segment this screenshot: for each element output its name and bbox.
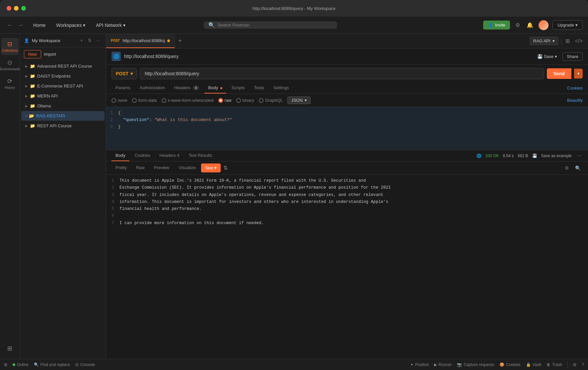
collection-item-rag-restapi[interactable]: ▾ 📂 RAG-RESTAPI <box>21 111 105 121</box>
maximize-window-button[interactable] <box>21 6 26 11</box>
resp-tab-cookies[interactable]: Cookies <box>131 150 154 161</box>
tab-settings[interactable]: Settings <box>269 83 293 93</box>
tab-method: POST <box>111 39 120 42</box>
sidebar-item-history[interactable]: ⟳ History <box>1 75 19 92</box>
find-replace-icon: 🔍 <box>34 362 39 367</box>
tab-params[interactable]: Params <box>111 83 134 93</box>
new-workspace-button[interactable]: + <box>78 37 85 44</box>
layout-toggle[interactable]: ⊞ <box>4 362 7 367</box>
collection-item-ecommerce[interactable]: ▶ 📁 E-Commerse REST API <box>21 81 105 91</box>
search-response-button[interactable]: 🔍 <box>573 164 583 172</box>
save-as-example-label[interactable]: Save as example <box>541 154 572 158</box>
divider <box>567 361 568 368</box>
save-icon: 💾 <box>537 54 543 59</box>
trash-button[interactable]: 🗑 Trash <box>547 362 562 367</box>
tab-authorization[interactable]: Authorization <box>136 83 169 93</box>
main-container: ⊟ Collections ⊙ Environments ⟳ History ⊞… <box>0 34 588 359</box>
capture-requests-button[interactable]: 📷 Capture requests <box>457 362 494 367</box>
api-network-button[interactable]: API Network ▾ <box>93 21 128 29</box>
send-button[interactable]: Send <box>547 68 571 79</box>
invite-button[interactable]: 👤 Invite <box>483 21 510 30</box>
vault-button[interactable]: 🔒 Vault <box>526 362 541 367</box>
method-selector[interactable]: POST ▾ <box>111 68 137 79</box>
tab-body[interactable]: Body <box>204 83 226 93</box>
send-dropdown-button[interactable]: ▾ <box>574 69 583 79</box>
beautify-button[interactable]: Beautify <box>567 98 583 103</box>
grids-icon: ⊞ <box>7 345 12 352</box>
request-name: http://localhost:8089/query <box>124 54 179 59</box>
back-button[interactable]: ← <box>5 21 15 30</box>
new-button[interactable]: New <box>24 50 41 58</box>
fmt-tab-text[interactable]: Text ▾ <box>201 163 221 172</box>
fmt-tab-raw[interactable]: Raw <box>132 163 149 172</box>
import-button[interactable]: Import <box>44 52 56 57</box>
body-type-graphql[interactable]: GraphQL <box>259 98 283 103</box>
postbot-button[interactable]: ✦ Postbot <box>410 362 429 367</box>
cookies-link[interactable]: Cookies <box>567 86 583 91</box>
resp-line-4: 4 information. This document is importan… <box>106 199 588 206</box>
workspaces-button[interactable]: Workspaces ▾ <box>53 21 88 29</box>
url-input[interactable] <box>140 68 544 79</box>
layout-icon-button[interactable]: ⊞ <box>564 36 571 45</box>
sidebar-item-collections[interactable]: ⊟ Collections <box>1 38 19 55</box>
code-view-button[interactable]: </> <box>574 37 584 45</box>
body-type-urlencoded[interactable]: x-www-form-urlencoded <box>162 98 214 103</box>
body-type-form-data[interactable]: form-data <box>132 98 157 103</box>
collection-item-rest-course[interactable]: ▶ 📁 REST API Course <box>21 121 105 131</box>
more-options-button[interactable]: ··· <box>576 152 583 160</box>
tab-tests[interactable]: Tests <box>250 83 268 93</box>
rag-api-label: RAG API <box>533 38 551 43</box>
sidebar-item-grids[interactable]: ⊞ <box>1 342 19 355</box>
notifications-button[interactable]: 🔔 <box>525 21 535 30</box>
tab-scripts[interactable]: Scripts <box>228 83 249 93</box>
collection-item-mern[interactable]: ▶ 📁 MERN API <box>21 91 105 101</box>
fmt-tab-preview[interactable]: Preview <box>150 163 173 172</box>
chevron-right-icon: ▶ <box>25 104 28 108</box>
resp-tab-test-results[interactable]: Test Results <box>185 150 216 161</box>
collection-name: Ollama <box>37 103 51 108</box>
forward-button[interactable]: → <box>16 21 25 30</box>
help-button[interactable]: ? <box>582 362 584 367</box>
fmt-tab-visualize[interactable]: Visualize <box>175 163 200 172</box>
request-tab[interactable]: POST http://localhost:8089/q <box>106 34 175 48</box>
grid-layout-button[interactable]: ⊞ <box>573 362 576 367</box>
upgrade-button[interactable]: Upgrade ▾ <box>552 20 583 30</box>
home-button[interactable]: Home <box>31 21 48 29</box>
code-editor[interactable]: 1 { 2 "question": "What is this document… <box>106 107 588 150</box>
bell-icon: 🔔 <box>527 22 533 28</box>
resp-tab-body[interactable]: Body <box>111 150 129 161</box>
collection-item-ollama[interactable]: ▶ 📁 Ollama <box>21 101 105 111</box>
collection-item-daigt[interactable]: ▶ 📁 DAIGT Endpoints <box>21 71 105 81</box>
copy-response-button[interactable]: ⧉ <box>563 164 570 172</box>
collection-item-adv-rest[interactable]: ▶ 📁 Advanced REST API Course <box>21 61 105 71</box>
code-line-2: 2 "question": "What is this document abo… <box>106 117 588 124</box>
filter-response-button[interactable]: ⇅ <box>222 163 229 172</box>
tab-headers[interactable]: Headers 8 <box>170 83 203 93</box>
sidebar-item-environments[interactable]: ⊙ Environments <box>1 56 19 74</box>
window-title: http://localhost:8089/query - My Workspa… <box>253 6 335 11</box>
body-type-binary[interactable]: binary <box>236 98 254 103</box>
add-tab-button[interactable]: + <box>175 37 185 44</box>
search-bar[interactable]: 🔍 Search Postman <box>204 22 337 29</box>
share-button[interactable]: Share <box>562 52 583 61</box>
avatar[interactable] <box>539 20 549 30</box>
sort-workspace-button[interactable]: ⇅ <box>86 37 93 44</box>
find-replace-button[interactable]: 🔍 Find and replace <box>34 362 70 367</box>
folder-icon: 📁 <box>30 123 35 128</box>
resp-tab-headers[interactable]: Headers 4 <box>156 150 184 161</box>
body-type-none[interactable]: none <box>111 98 127 103</box>
postbot-label: Postbot <box>415 362 429 367</box>
body-type-raw[interactable]: raw <box>218 98 232 103</box>
console-button[interactable]: ⊟ Console <box>75 362 95 367</box>
json-format-selector[interactable]: JSON ▾ <box>287 96 311 104</box>
settings-button[interactable]: ⚙ <box>514 21 521 30</box>
close-window-button[interactable] <box>7 6 11 11</box>
runner-button[interactable]: ▶ Runner <box>434 362 452 367</box>
more-workspace-button[interactable]: ··· <box>95 37 102 44</box>
minimize-window-button[interactable] <box>14 6 19 11</box>
fmt-tab-pretty[interactable]: Pretty <box>111 163 131 172</box>
rag-api-selector[interactable]: RAG API ▾ <box>530 37 558 45</box>
cookies-button[interactable]: 🍪 Cookies <box>499 362 520 367</box>
save-button[interactable]: 💾 Save ▾ <box>535 53 560 60</box>
grid-icon: ⊞ <box>573 362 576 367</box>
